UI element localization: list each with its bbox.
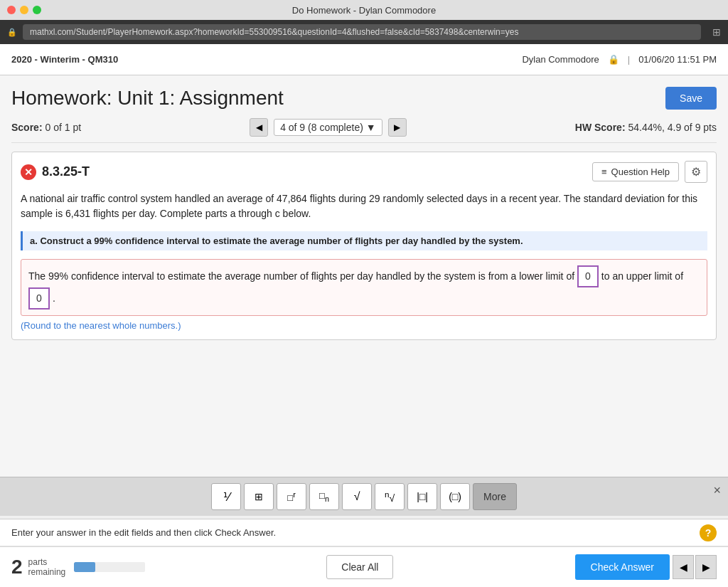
settings-button[interactable]: ⚙ — [685, 161, 707, 183]
question-id-area: ✕ 8.3.25-T — [21, 164, 90, 180]
question-nav: ◀ 4 of 9 (8 complete) ▼ ▶ — [250, 118, 407, 137]
bottom-nav-arrows: ◀ ▶ — [673, 555, 717, 579]
check-answer-button[interactable]: Check Answer — [575, 554, 670, 580]
hint-text: Enter your answer in the edit fields and… — [11, 527, 276, 538]
clear-all-button[interactable]: Clear All — [326, 555, 393, 579]
lock-icon: 🔒 — [7, 28, 17, 37]
question-code: 8.3.25-T — [42, 164, 90, 179]
sqrt-button[interactable]: √ — [342, 483, 372, 510]
maximize-button[interactable] — [33, 6, 41, 14]
sqrt-icon: √ — [354, 490, 360, 503]
abs-button[interactable]: |□| — [407, 483, 437, 510]
upper-limit-input[interactable]: 0 — [28, 287, 50, 310]
question-nav-text: 4 of 9 (8 complete) — [280, 122, 363, 133]
lower-limit-input[interactable]: 0 — [577, 265, 599, 287]
abs-icon: |□| — [417, 491, 428, 502]
more-button[interactable]: More — [473, 483, 517, 510]
hw-score-display: HW Score: 54.44%, 4.9 of 9 pts — [575, 122, 717, 133]
save-button[interactable]: Save — [665, 87, 717, 110]
dropdown-icon: ▼ — [366, 122, 376, 133]
question-selector[interactable]: 4 of 9 (8 complete) ▼ — [274, 119, 382, 136]
hw-title: Homework: Unit 1: Assignment — [11, 87, 284, 110]
list-icon: ≡ — [601, 166, 607, 177]
help-circle-button[interactable]: ? — [700, 524, 717, 541]
user-info: Dylan Commodore 🔒 | 01/06/20 11:51 PM — [522, 54, 717, 65]
answer-area: The 99% confidence interval to estimate … — [21, 259, 707, 316]
superscript-button[interactable]: □r — [277, 483, 306, 510]
prev-question-button[interactable]: ◀ — [250, 118, 268, 137]
close-toolbar-button[interactable]: × — [713, 483, 721, 498]
next-question-button[interactable]: ▶ — [388, 118, 407, 137]
question-panel: ✕ 8.3.25-T ≡ Question Help ⚙ A national … — [11, 152, 717, 340]
parts-label: parts remaining — [28, 557, 66, 577]
next-arrow-button[interactable]: ▶ — [695, 555, 717, 579]
minimize-button[interactable] — [20, 6, 28, 14]
paren-icon: (□) — [449, 491, 461, 502]
math-toolbar: × ⅟ ⊞ □r □n √ n√ |□| (□) More — [0, 477, 728, 516]
matrix-button[interactable]: ⊞ — [244, 483, 274, 510]
nth-root-button[interactable]: n√ — [375, 483, 405, 510]
score-row: Score: 0 of 1 pt ◀ 4 of 9 (8 complete) ▼… — [11, 118, 717, 143]
hint-bar: Enter your answer in the edit fields and… — [0, 519, 728, 546]
question-help-button[interactable]: ≡ Question Help — [592, 162, 679, 181]
course-header: 2020 - Winterim - QM310 Dylan Commodore … — [0, 44, 728, 75]
subscript-icon: □n — [319, 490, 329, 503]
question-actions: ≡ Question Help ⚙ — [592, 161, 707, 183]
hw-score-value: 54.44%, 4.9 of 9 pts — [628, 122, 717, 133]
answer-middle: to an upper limit of — [601, 270, 683, 282]
superscript-icon: □r — [287, 490, 295, 503]
question-help-label: Question Help — [611, 166, 670, 177]
course-title: 2020 - Winterim - QM310 — [11, 54, 118, 65]
nth-root-icon: n√ — [385, 490, 395, 504]
window-controls — [7, 6, 41, 14]
browser-bar: 🔒 mathxl.com/Student/PlayerHomework.aspx… — [0, 20, 728, 44]
help-icon: ? — [705, 527, 712, 539]
separator: | — [628, 54, 630, 65]
window-title: Do Homework - Dylan Commodore — [292, 5, 436, 16]
main-content: Homework: Unit 1: Assignment Save Score:… — [0, 75, 728, 516]
parts-remaining: 2 parts remaining — [11, 556, 145, 578]
part-a-instruction: Construct a 99% confidence interval to e… — [40, 236, 523, 246]
close-button[interactable] — [7, 6, 16, 14]
fraction-icon: ⅟ — [223, 490, 230, 504]
url-bar[interactable]: mathxl.com/Student/PlayerHomework.aspx?h… — [23, 24, 701, 40]
user-name: Dylan Commodore — [522, 54, 599, 65]
date-time: 01/06/20 11:51 PM — [638, 54, 717, 65]
hw-score-label: HW Score: — [575, 122, 626, 133]
browser-expand-icon: ⊞ — [712, 26, 721, 38]
wrong-icon: ✕ — [21, 164, 36, 180]
title-bar: Do Homework - Dylan Commodore — [0, 0, 728, 20]
fraction-button[interactable]: ⅟ — [211, 483, 241, 510]
parts-number: 2 — [11, 556, 23, 578]
progress-bar — [74, 562, 145, 572]
score-label: Score: — [11, 122, 43, 133]
prev-arrow-button[interactable]: ◀ — [673, 555, 694, 579]
progress-fill — [74, 562, 95, 572]
hw-title-row: Homework: Unit 1: Assignment Save — [11, 87, 717, 110]
matrix-icon: ⊞ — [255, 491, 263, 502]
score-display: Score: 0 of 1 pt — [11, 122, 81, 133]
score-value: 0 of 1 pt — [45, 122, 81, 133]
bottom-bar: 2 parts remaining Clear All Check Answer… — [0, 546, 728, 587]
round-note: (Round to the nearest whole numbers.) — [21, 320, 707, 331]
part-a-label: a. Construct a 99% confidence interval t… — [21, 231, 707, 250]
answer-suffix: . — [53, 292, 55, 304]
subscript-button[interactable]: □n — [309, 483, 339, 510]
question-header: ✕ 8.3.25-T ≡ Question Help ⚙ — [21, 161, 707, 183]
question-text: A national air traffic control system ha… — [21, 191, 707, 221]
user-icon: 🔒 — [608, 54, 619, 65]
paren-button[interactable]: (□) — [440, 483, 470, 510]
check-answer-area: Check Answer ◀ ▶ — [575, 554, 717, 580]
part-letter: a. — [30, 236, 38, 246]
answer-prefix: The 99% confidence interval to estimate … — [28, 270, 574, 282]
